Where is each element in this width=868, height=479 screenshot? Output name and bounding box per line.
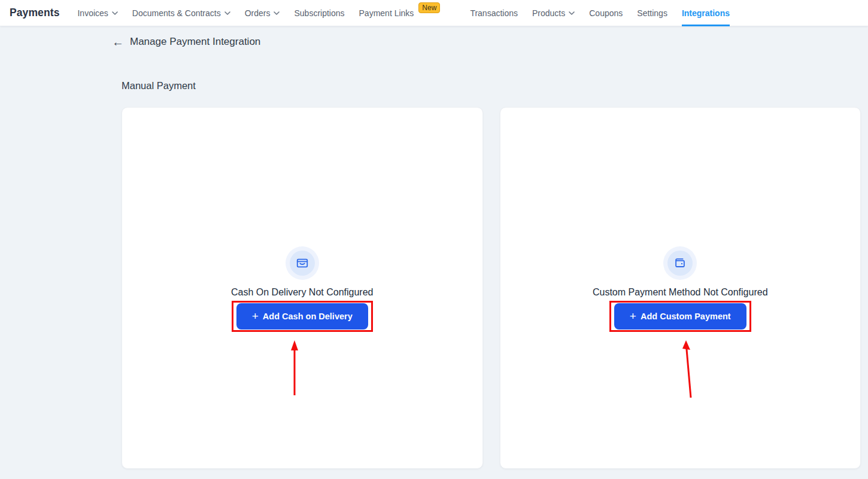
top-navigation: Payments Invoices Documents & Contracts … bbox=[0, 0, 868, 26]
plus-icon: + bbox=[252, 310, 259, 322]
add-custom-payment-button[interactable]: + Add Custom Payment bbox=[614, 303, 746, 329]
section-title-manual-payment: Manual Payment bbox=[122, 80, 868, 91]
card-content: Cash On Delivery Not Configured + Add Ca… bbox=[122, 246, 482, 332]
nav-item-label: Payment Links bbox=[359, 8, 414, 18]
page-title: Manage Payment Integration bbox=[130, 36, 260, 48]
status-text: Custom Payment Method Not Configured bbox=[593, 287, 768, 298]
icon-halo bbox=[663, 246, 697, 280]
nav-item-label: Documents & Contracts bbox=[132, 8, 221, 18]
nav-item-label: Invoices bbox=[77, 8, 108, 18]
back-arrow-icon[interactable]: ← bbox=[112, 36, 124, 48]
custom-payment-card: Custom Payment Method Not Configured + A… bbox=[500, 107, 861, 469]
annotation-box: + Add Custom Payment bbox=[609, 301, 751, 332]
chevron-down-icon bbox=[112, 11, 118, 15]
nav-item-subscriptions[interactable]: Subscriptions bbox=[294, 0, 344, 26]
chevron-down-icon bbox=[274, 11, 280, 15]
nav-item-transactions[interactable]: Transactions bbox=[470, 0, 518, 26]
nav-item-invoices[interactable]: Invoices bbox=[77, 0, 117, 26]
custom-payment-icon bbox=[667, 251, 693, 276]
nav-item-label: Coupons bbox=[589, 8, 623, 18]
icon-halo bbox=[286, 246, 319, 280]
card-content: Custom Payment Method Not Configured + A… bbox=[500, 246, 861, 332]
add-cash-on-delivery-button[interactable]: + Add Cash on Delivery bbox=[236, 303, 368, 329]
annotation-arrow bbox=[290, 340, 299, 395]
nav-item-label: Products bbox=[532, 8, 565, 18]
cash-on-delivery-card: Cash On Delivery Not Configured + Add Ca… bbox=[122, 107, 483, 469]
nav-item-label: Subscriptions bbox=[294, 8, 344, 18]
status-text: Cash On Delivery Not Configured bbox=[231, 287, 373, 298]
plus-icon: + bbox=[630, 310, 636, 322]
chevron-down-icon bbox=[224, 11, 230, 15]
button-label: Add Cash on Delivery bbox=[263, 312, 353, 321]
annotation-arrow bbox=[681, 340, 693, 398]
nav-item-payment-links[interactable]: Payment Links New bbox=[359, 0, 441, 26]
nav-item-label: Settings bbox=[637, 8, 667, 18]
nav-item-orders[interactable]: Orders bbox=[245, 0, 280, 26]
nav-item-label: Integrations bbox=[682, 8, 730, 18]
cash-on-delivery-icon bbox=[290, 251, 315, 276]
manual-payment-cards: Cash On Delivery Not Configured + Add Ca… bbox=[122, 107, 861, 469]
app-title: Payments bbox=[10, 7, 59, 19]
nav-item-label: Transactions bbox=[470, 8, 518, 18]
button-label: Add Custom Payment bbox=[641, 312, 731, 321]
page-header: ← Manage Payment Integration bbox=[112, 33, 868, 51]
nav-item-documents-contracts[interactable]: Documents & Contracts bbox=[132, 0, 230, 26]
chevron-down-icon bbox=[569, 11, 575, 15]
annotation-box: + Add Cash on Delivery bbox=[232, 301, 373, 332]
nav-item-coupons[interactable]: Coupons bbox=[589, 0, 623, 26]
new-badge: New bbox=[418, 2, 440, 13]
nav-item-settings[interactable]: Settings bbox=[637, 0, 667, 26]
nav-item-label: Orders bbox=[245, 8, 271, 18]
nav-item-integrations[interactable]: Integrations bbox=[682, 0, 730, 26]
nav-item-products[interactable]: Products bbox=[532, 0, 575, 26]
